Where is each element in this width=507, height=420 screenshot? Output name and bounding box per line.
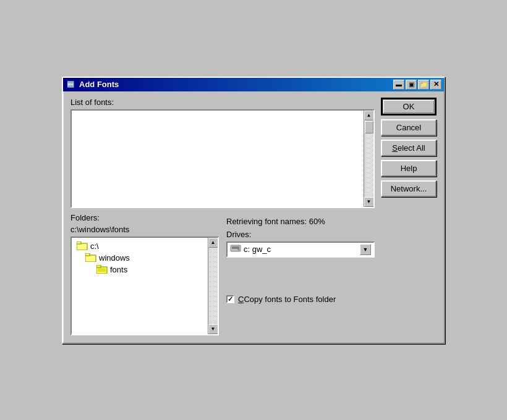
svg-rect-5 (96, 265, 101, 267)
scroll-up-arrow[interactable]: ▲ (364, 111, 374, 120)
folders-path: c:\windows\fonts (70, 225, 219, 234)
folder-scroll-down[interactable]: ▼ (208, 324, 218, 334)
fonts-listbox[interactable]: ▲ ▼ (70, 109, 375, 208)
lower-section: Folders: c:\windows\fonts (70, 213, 375, 335)
dialog-icon: 🔤 (66, 80, 75, 90)
folder-name-windows: windows (99, 253, 130, 262)
folders-label: Folders: (70, 213, 219, 222)
cancel-button[interactable]: Cancel (381, 119, 437, 136)
folder-name-fonts: fonts (110, 265, 127, 274)
select-all-button[interactable]: Select All (381, 140, 437, 156)
folder-button[interactable]: 📁 (418, 80, 429, 90)
help-button[interactable]: Help (381, 160, 437, 177)
folder-item-windows[interactable]: windows (74, 252, 205, 264)
folder-icon-windows (85, 253, 96, 262)
folder-name-c: c:\ (90, 242, 99, 251)
network-button[interactable]: Network... (381, 180, 437, 197)
scroll-track (364, 120, 374, 197)
copy-fonts-checkbox[interactable] (226, 295, 234, 303)
svg-rect-2 (85, 255, 96, 262)
folder-item-fonts[interactable]: fonts (74, 264, 205, 275)
scroll-thumb[interactable] (365, 121, 373, 133)
title-bar-left: 🔤 Add Fonts (66, 80, 119, 90)
add-fonts-dialog: 🔤 Add Fonts ▬ ▣ 📁 ✕ List of fonts: ▲ (62, 77, 445, 344)
drives-value: c: gw_c (244, 245, 271, 254)
svg-rect-10 (232, 246, 239, 249)
drives-dropdown-arrow[interactable]: ▼ (360, 244, 371, 255)
svg-rect-4 (96, 267, 107, 274)
svg-rect-0 (77, 243, 87, 250)
folder-item-c[interactable]: c:\ (74, 240, 205, 252)
ok-button[interactable]: OK (381, 98, 437, 116)
close-button[interactable]: ✕ (430, 80, 441, 90)
drives-select-inner: c: gw_c (230, 244, 360, 254)
folder-list-inner: c:\ windows (72, 238, 208, 334)
drives-select[interactable]: c: gw_c ▼ (226, 242, 375, 258)
dialog-main: List of fonts: ▲ ▼ Folders: c:\windows\f… (70, 98, 375, 335)
minimize-button[interactable]: ▬ (393, 80, 404, 90)
title-bar: 🔤 Add Fonts ▬ ▣ 📁 ✕ (63, 78, 444, 91)
restore-button[interactable]: ▣ (406, 80, 417, 90)
fonts-list-label: List of fonts: (70, 98, 375, 107)
dialog-title: Add Fonts (79, 80, 119, 89)
svg-point-11 (238, 249, 240, 251)
title-bar-controls: ▬ ▣ 📁 ✕ (393, 80, 441, 90)
folders-listbox[interactable]: c:\ windows (70, 237, 219, 335)
fonts-scrollbar: ▲ ▼ (364, 111, 373, 207)
folder-icon-fonts (96, 265, 108, 274)
scroll-down-arrow[interactable]: ▼ (364, 197, 374, 207)
dialog-buttons: OK Cancel Select All Help Network... (381, 98, 437, 335)
folders-section: Folders: c:\windows\fonts (70, 213, 219, 335)
folders-scrollbar: ▲ ▼ (208, 238, 218, 334)
dialog-body: List of fonts: ▲ ▼ Folders: c:\windows\f… (63, 91, 444, 343)
status-text: Retrieving font names: 60% (226, 217, 375, 226)
drives-section: Retrieving font names: 60% Drives: (226, 213, 375, 335)
checkbox-area: CCopy fonts to Fonts folder (226, 258, 375, 304)
folder-scroll-up[interactable]: ▲ (208, 238, 218, 248)
svg-rect-1 (77, 242, 81, 244)
copy-fonts-label: CCopy fonts to Fonts folder (238, 295, 336, 304)
svg-rect-3 (85, 253, 90, 256)
folder-icon-c (77, 242, 88, 250)
fonts-list-inner (72, 111, 364, 207)
drive-icon (230, 244, 241, 254)
folder-scroll-track (208, 248, 218, 324)
drives-label: Drives: (226, 230, 375, 239)
